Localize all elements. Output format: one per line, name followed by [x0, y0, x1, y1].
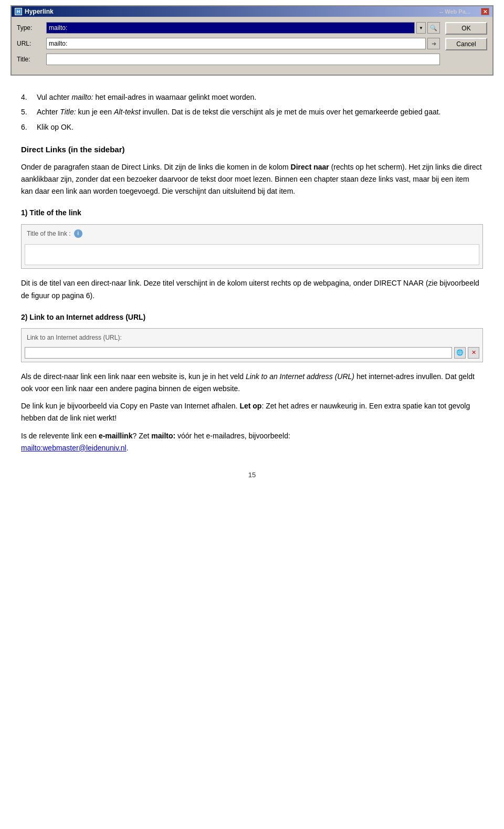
- dialog-titlebar-left: H Hyperlink: [15, 8, 54, 15]
- list-item-5: 5. Achter Title: kun je een Alt-tekst in…: [21, 106, 483, 118]
- title-of-link-input-area[interactable]: [25, 244, 479, 265]
- title-input-wrap: [46, 54, 440, 65]
- url-link-input-row: 🌐 ✕: [25, 347, 479, 359]
- dialog-title: Hyperlink: [25, 8, 54, 15]
- url-link-label-row: Link to an Internet address (URL):: [22, 329, 482, 345]
- url-arrow-button[interactable]: ➜: [427, 38, 440, 49]
- hyperlink-dialog: H Hyperlink -- Web Pa... ✕ Type: ▼ 🔍 URL…: [10, 5, 494, 76]
- url-link-paragraph2: De link kun je bijvoorbeeld via Copy en …: [21, 400, 483, 424]
- info-icon: i: [74, 229, 82, 238]
- list-item-4: 4. Vul achter mailto: het email-adres in…: [21, 91, 483, 103]
- url-link-paragraph3: Is de relevente link een e-maillink? Zet…: [21, 430, 483, 454]
- title-of-link-input[interactable]: [30, 251, 474, 259]
- url-link-clear-button[interactable]: ✕: [468, 347, 479, 359]
- url-input[interactable]: [46, 38, 426, 49]
- type-input[interactable]: [46, 22, 415, 34]
- dialog-icon: H: [15, 8, 22, 15]
- list-item-6: 6. Klik op OK.: [21, 121, 483, 133]
- title-label: Title:: [17, 56, 42, 63]
- url-link-paragraph1: Als de direct-naar link een link naar ee…: [21, 371, 483, 395]
- direct-links-paragraph: Onder de paragrafen staan de Direct Link…: [21, 161, 483, 197]
- title-link-description: Dit is de titel van een direct-naar link…: [21, 277, 483, 301]
- url-label: URL:: [17, 40, 42, 47]
- page-number: 15: [21, 470, 483, 481]
- url-row: URL: ➜: [17, 38, 440, 49]
- dialog-body: Type: ▼ 🔍 URL: ➜ Title:: [12, 17, 492, 75]
- section-direct-links-heading: Direct Links (in the sidebar): [21, 143, 483, 156]
- main-content: 4. Vul achter mailto: het email-adres in…: [0, 81, 504, 497]
- type-dropdown-button[interactable]: ▼: [416, 22, 426, 34]
- ok-button[interactable]: OK: [445, 22, 487, 35]
- title-of-link-component: Title of the link : i: [21, 224, 483, 269]
- url-input-wrap: ➜: [46, 38, 440, 49]
- example-email-link[interactable]: mailto:webmaster@leidenuniv.nl: [21, 444, 127, 452]
- subsection-url-link-heading: 2) Link to an Internet address (URL): [21, 311, 483, 323]
- dialog-titlebar: H Hyperlink -- Web Pa... ✕: [12, 6, 492, 17]
- type-arrow-button[interactable]: 🔍: [427, 22, 440, 34]
- url-link-input[interactable]: [25, 347, 452, 359]
- subsection-title-link-heading: 1) Title of the link: [21, 207, 483, 218]
- title-of-link-label-row: Title of the link : i: [22, 225, 482, 241]
- title-row: Title:: [17, 54, 440, 65]
- close-button[interactable]: ✕: [481, 8, 489, 15]
- url-link-component: Link to an Internet address (URL): 🌐 ✕: [21, 328, 483, 362]
- type-input-wrap: ▼ 🔍: [46, 22, 440, 34]
- dialog-buttons: OK Cancel: [445, 22, 487, 69]
- cancel-button[interactable]: Cancel: [445, 38, 487, 50]
- url-link-browse-button[interactable]: 🌐: [454, 347, 466, 359]
- title-input[interactable]: [46, 54, 440, 65]
- dialog-form: Type: ▼ 🔍 URL: ➜ Title:: [17, 22, 440, 69]
- type-row: Type: ▼ 🔍: [17, 22, 440, 34]
- type-label: Type:: [17, 24, 42, 32]
- dialog-title-right: -- Web Pa...: [439, 8, 470, 15]
- url-link-label: Link to an Internet address (URL):: [27, 333, 122, 343]
- title-of-link-label: Title of the link :: [27, 229, 71, 239]
